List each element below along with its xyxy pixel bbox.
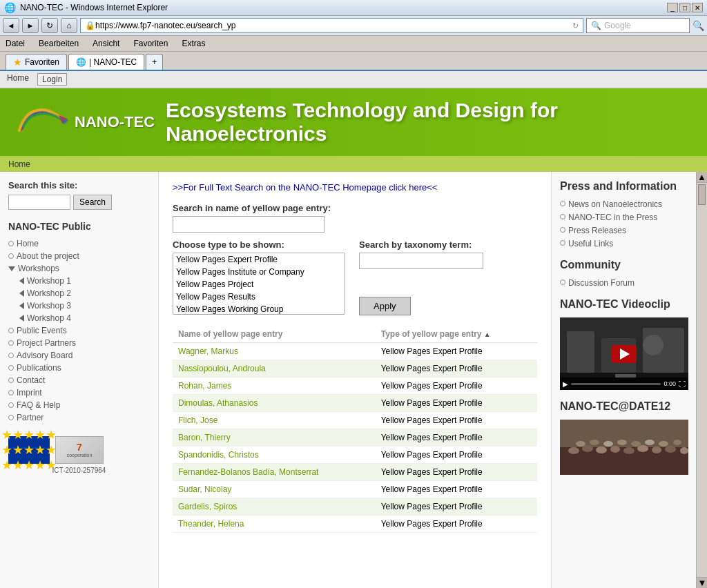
sidebar-item-workshop3[interactable]: Workshop 3	[8, 301, 150, 311]
menu-extras[interactable]: Extras	[182, 37, 205, 50]
dot-icon	[560, 240, 565, 246]
top-nav-login[interactable]: Login	[37, 73, 67, 86]
sidebar-item-partners[interactable]: Project Partners	[8, 338, 150, 348]
result-type-cell: Yellow Pages Expert Profile	[376, 378, 537, 395]
scroll-down-btn[interactable]: ▼	[697, 577, 707, 588]
refresh-button[interactable]: ↻	[41, 18, 58, 33]
triangle-icon	[19, 302, 24, 309]
forward-button[interactable]: ►	[22, 18, 39, 33]
result-type-cell: Yellow Pages Expert Profile	[376, 498, 537, 516]
home-nav-button[interactable]: ⌂	[61, 18, 77, 33]
sidebar-item-workshop2[interactable]: Workshop 2	[8, 288, 150, 298]
sidebar-item-workshop1[interactable]: Workshop 1	[8, 276, 150, 286]
sub-breadcrumb: Home	[0, 156, 707, 172]
taxonomy-input[interactable]	[359, 253, 483, 269]
address-bar[interactable]: 🔒 https://www.fp7-nanotec.eu/search_yp ↻	[80, 18, 583, 33]
menu-datei[interactable]: Datei	[6, 37, 25, 50]
fullscreen-icon[interactable]: ⛶	[679, 380, 686, 388]
menu-bearbeiten[interactable]: Bearbeiten	[39, 37, 79, 50]
tab-bar: ★ Favoriten 🌐 | NANO-TEC +	[0, 52, 707, 71]
minimize-btn[interactable]: _	[667, 3, 678, 12]
result-type-cell: Yellow Pages Expert Profile	[376, 429, 537, 447]
press-link-nanotec[interactable]: NANO-TEC in the Press	[560, 213, 688, 222]
search-go-icon[interactable]: 🔍	[693, 20, 704, 31]
sidebar-item-home[interactable]: Home	[8, 239, 150, 248]
browser-search[interactable]: 🔍 Google	[586, 18, 690, 33]
breadcrumb-home[interactable]: Home	[8, 159, 30, 169]
date12-thumbnail[interactable]	[560, 420, 688, 475]
result-name-link[interactable]: Rohan, James	[178, 381, 231, 391]
back-button[interactable]: ◄	[3, 18, 19, 33]
result-name-link[interactable]: Dimoulas, Athanasios	[178, 398, 258, 408]
results-table: Name of yellow page entry Type of yellow…	[173, 326, 537, 533]
sidebar-item-publications[interactable]: Publications	[8, 363, 150, 373]
result-name-link[interactable]: Theander, Helena	[178, 519, 244, 529]
sidebar-item-events[interactable]: Public Events	[8, 326, 150, 335]
scroll-up-btn[interactable]: ▲	[697, 172, 707, 183]
svg-point-22	[590, 440, 599, 445]
svg-point-19	[665, 446, 676, 453]
menu-favoriten[interactable]: Favoriten	[133, 37, 168, 50]
search-placeholder: Google	[604, 21, 631, 30]
search-name-input[interactable]	[173, 216, 325, 233]
scroll-thumb[interactable]	[698, 184, 706, 205]
table-row: Theander, HelenaYellow Pages Expert Prof…	[173, 516, 537, 533]
svg-point-13	[582, 445, 593, 452]
community-link-forum[interactable]: Discussion Forum	[560, 278, 688, 288]
sidebar-item-about[interactable]: About the project	[8, 251, 150, 261]
press-link-news[interactable]: News on Nanoelectronics	[560, 199, 688, 209]
svg-point-14	[596, 447, 607, 453]
sidebar-item-imprint[interactable]: Imprint	[8, 388, 150, 398]
top-nav-home[interactable]: Home	[7, 73, 29, 86]
favorites-tab[interactable]: ★ Favoriten	[6, 54, 67, 70]
menu-ansicht[interactable]: Ansicht	[93, 37, 119, 50]
restore-btn[interactable]: □	[679, 3, 690, 12]
press-links-list: News on Nanoelectronics NANO-TEC in the …	[560, 199, 688, 248]
sidebar-item-faq[interactable]: FAQ & Help	[8, 400, 150, 410]
svg-point-17	[637, 445, 648, 452]
sidebar-item-contact[interactable]: Contact	[8, 375, 150, 385]
dot-icon	[8, 353, 14, 358]
site-search-input[interactable]	[8, 195, 70, 210]
sidebar-item-partner[interactable]: Partner	[8, 413, 150, 422]
play-button[interactable]	[612, 345, 637, 363]
sort-arrow-icon[interactable]: ▲	[484, 331, 491, 338]
result-name-link[interactable]: Wagner, Markus	[178, 346, 238, 356]
date12-section-title: NANO-TEC@DATE12	[560, 400, 688, 413]
progress-bar[interactable]	[571, 383, 661, 385]
dot-icon	[8, 402, 14, 408]
result-name-link[interactable]: Gardelis, Spiros	[178, 502, 237, 511]
triangle-icon	[19, 290, 24, 297]
close-btn[interactable]: ✕	[692, 3, 703, 12]
video-section-title: NANO-TEC Videoclip	[560, 298, 688, 311]
result-name-link[interactable]: Baron, Thierry	[178, 433, 231, 442]
video-thumbnail[interactable]: ▶ 0:00 ⛶	[560, 317, 688, 390]
table-row: Sudar, NicolayYellow Pages Expert Profil…	[173, 481, 537, 498]
result-name-link[interactable]: Sudar, Nicolay	[178, 484, 231, 494]
result-name-link[interactable]: Spandonidis, Christos	[178, 450, 259, 460]
result-type-cell: Yellow Pages Expert Profile	[376, 343, 537, 360]
site-search-button[interactable]: Search	[73, 195, 112, 210]
play-icon-small[interactable]: ▶	[563, 380, 568, 388]
nanotec-tab[interactable]: 🌐 | NANO-TEC	[68, 54, 144, 70]
sidebar-item-workshops[interactable]: Workshops	[8, 264, 150, 273]
result-name-link[interactable]: Nassiopoulou, Androula	[178, 364, 266, 373]
result-name-link[interactable]: Fernandez-Bolanos Badía, Montserrat	[178, 467, 318, 477]
video-controls: ▶ 0:00 ⛶	[560, 378, 688, 390]
dot-icon	[8, 365, 14, 371]
dot-icon	[8, 415, 14, 420]
press-link-releases[interactable]: Press Releases	[560, 226, 688, 235]
scrollbar[interactable]: ▲ ▼	[696, 172, 707, 588]
press-link-useful[interactable]: Useful Links	[560, 239, 688, 248]
sidebar-item-workshop4[interactable]: Workshop 4	[8, 313, 150, 323]
new-tab[interactable]: +	[146, 54, 163, 70]
fp7-logo: 7 cooperation	[55, 436, 104, 464]
result-name-link[interactable]: Flich, Jose	[178, 415, 217, 425]
full-text-link[interactable]: >>For Full Text Search on the NANO-TEC H…	[173, 182, 437, 193]
triangle-down-icon	[8, 266, 15, 271]
dot-icon	[560, 201, 565, 206]
apply-button[interactable]: Apply	[359, 297, 411, 315]
time-display: 0:00	[664, 380, 676, 387]
type-select[interactable]: Yellow Pages Expert ProfileYellow Pages …	[173, 253, 345, 315]
sidebar-item-advisory[interactable]: Advisory Board	[8, 351, 150, 360]
